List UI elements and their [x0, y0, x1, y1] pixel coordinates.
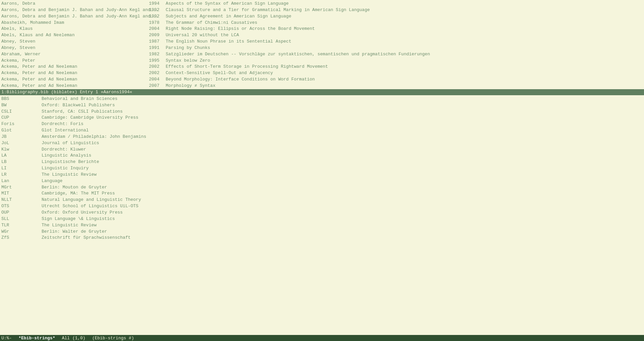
entry-author: Ackema, Peter — [1, 58, 149, 64]
entry-author: Aarons, Debra and Benjamin J. Bahan and … — [1, 7, 149, 13]
entry-title: Satzglieder im Deutschen -- Vorschläge z… — [166, 51, 643, 58]
string-value: Cambridge, MA: The MIT Press — [42, 190, 643, 197]
string-value: Sign Language \& Linguistics — [42, 216, 643, 222]
string-abbrev: WGr — [1, 229, 42, 235]
table-row[interactable]: Abels, Klaus2004Right Node Raising: Elli… — [0, 26, 644, 32]
list-item[interactable]: WGrBerlin: Walter de Gruyter — [0, 229, 644, 235]
entry-author: Abney, Steven — [1, 45, 149, 51]
string-value: Behavioral and Brain Sciences — [42, 96, 643, 102]
list-item[interactable]: LRThe Linguistic Review — [0, 172, 644, 178]
table-row[interactable]: Abels, Klaus and Ad Neeleman2009Universa… — [0, 32, 644, 39]
string-abbrev: LI — [1, 165, 42, 172]
entry-year: 1982 — [149, 51, 166, 58]
entry-author: Abels, Klaus — [1, 26, 149, 32]
list-item[interactable]: CSLIStanford, CA: CSLI Publications — [0, 109, 644, 115]
string-abbrev: Klw — [1, 147, 42, 153]
table-row[interactable]: Aarons, Debra1994Aspects of the Syntax o… — [0, 1, 644, 7]
main-content: Aarons, Debra1994Aspects of the Syntax o… — [0, 0, 644, 328]
string-abbrev: TLR — [1, 222, 42, 229]
entry-title: The Grammar of Chimwi:ni Causatives — [166, 20, 643, 26]
status-bar: U:%- *Ebib-strings* All (1,0) (Ebib-stri… — [0, 335, 644, 341]
entry-author: Ackema, Peter and Ad Neeleman — [1, 64, 149, 70]
string-abbrev: MIT — [1, 190, 42, 197]
entry-year: 1992 — [149, 7, 166, 13]
entry-year: 2002 — [149, 70, 166, 76]
table-row[interactable]: Aarons, Debra and Benjamin J. Bahan and … — [0, 13, 644, 20]
list-item[interactable]: KlwDordrecht: Kluwer — [0, 147, 644, 153]
table-row[interactable]: Abney, Steven1987The English Noun Phrase… — [0, 39, 644, 45]
list-item[interactable]: ForisDordrecht: Foris — [0, 121, 644, 127]
string-value: Language — [42, 178, 643, 184]
table-row[interactable]: Abraham, Werner1982Satzglieder im Deutsc… — [0, 51, 644, 58]
table-row[interactable]: Aarons, Debra and Benjamin J. Bahan and … — [0, 7, 644, 13]
list-item[interactable]: MGrtBerlin: Mouton de Gruyter — [0, 184, 644, 191]
list-item[interactable]: BWOxford: Blackwell Publishers — [0, 102, 644, 109]
list-item[interactable]: LILinguistic Inquiry — [0, 165, 644, 172]
string-abbrev: CSLI — [1, 109, 42, 115]
string-abbrev: MGrt — [1, 184, 42, 191]
string-value: Amsterdam / Philadelphia: John Benjamins — [42, 134, 643, 140]
list-item[interactable]: OUPOxford: Oxford University Press — [0, 210, 644, 216]
string-value: Berlin: Walter de Gruyter — [42, 229, 643, 235]
entry-author: Abraham, Werner — [1, 51, 149, 58]
table-row[interactable]: Ackema, Peter and Ad Neeleman2004Beyond … — [0, 76, 644, 83]
status-position: All (1,0) — [62, 336, 85, 341]
table-row[interactable]: Ackema, Peter and Ad Neeleman2002Effects… — [0, 64, 644, 70]
bibliography-section: Aarons, Debra1994Aspects of the Syntax o… — [0, 1, 644, 89]
list-item[interactable]: SLLSign Language \& Linguistics — [0, 216, 644, 222]
list-item[interactable]: GlotGlot International — [0, 127, 644, 134]
entry-year: 2004 — [149, 76, 166, 83]
list-item[interactable]: LBLinguistische Berichte — [0, 159, 644, 165]
string-value: Oxford: Blackwell Publishers — [42, 102, 643, 109]
entry-author: Aarons, Debra — [1, 1, 149, 7]
list-item[interactable]: JoLJournal of Linguistics — [0, 140, 644, 147]
entry-status-text: 1:Bibliography.bib (biblatex) Entry 1 »A… — [1, 90, 132, 95]
table-row[interactable]: Ackema, Peter and Ad Neeleman2007Morphol… — [0, 83, 644, 89]
entry-title: Right Node Raising: Ellipsis or Across t… — [166, 26, 643, 32]
list-item[interactable]: JBAmsterdam / Philadelphia: John Benjami… — [0, 134, 644, 140]
string-value: The Linguistic Review — [42, 172, 643, 178]
entry-title: Subjects and Agreement in American Sign … — [166, 13, 643, 20]
string-abbrev: LA — [1, 153, 42, 159]
entry-author: Abels, Klaus and Ad Neeleman — [1, 32, 149, 39]
string-abbrev: CUP — [1, 115, 42, 121]
list-item[interactable]: LanLanguage — [0, 178, 644, 184]
string-abbrev: BW — [1, 102, 42, 109]
entry-title: Aspects of the Syntax of American Sign L… — [166, 1, 643, 7]
list-item[interactable]: ZfSZeitschrift für Sprachwissenschaft — [0, 235, 644, 241]
entry-title: Clausal Structure and a Tier for Grammat… — [166, 7, 643, 13]
list-item[interactable]: CUPCambridge: Cambridge University Press — [0, 115, 644, 121]
entry-author: Abasheikh, Mohammed Imam — [1, 20, 149, 26]
string-value: Berlin: Mouton de Gruyter — [42, 184, 643, 191]
entry-status-line: 1:Bibliography.bib (biblatex) Entry 1 »A… — [0, 89, 644, 95]
entry-title: Universal 20 without the LCA — [166, 32, 643, 39]
entry-year: 2009 — [149, 32, 166, 39]
string-abbrev: ZfS — [1, 235, 42, 241]
entry-title: Morphology ≠ Syntax — [166, 83, 643, 89]
string-abbrev: JB — [1, 134, 42, 140]
status-mode: U:%- — [1, 336, 12, 341]
list-item[interactable]: NLLTNatural Language and Linguistic Theo… — [0, 197, 644, 203]
list-item[interactable]: BBSBehavioral and Brain Sciences — [0, 96, 644, 102]
string-abbrev: JoL — [1, 140, 42, 147]
table-row[interactable]: Abney, Steven1991Parsing by Chunks — [0, 45, 644, 51]
string-value: Dordrecht: Kluwer — [42, 147, 643, 153]
entry-author: Abney, Steven — [1, 39, 149, 45]
entry-title: Effects of Short-Term Storage in Process… — [166, 64, 643, 70]
list-item[interactable]: LALinguistic Analysis — [0, 153, 644, 159]
entry-year: 1991 — [149, 45, 166, 51]
entry-year: 1978 — [149, 20, 166, 26]
entry-title: The English Noun Phrase in its Sententia… — [166, 39, 643, 45]
string-abbrev: Lan — [1, 178, 42, 184]
string-abbrev: SLL — [1, 216, 42, 222]
table-row[interactable]: Ackema, Peter1995Syntax below Zero — [0, 58, 644, 64]
string-value: Journal of Linguistics — [42, 140, 643, 147]
string-value: The Linguistic Review — [42, 222, 643, 229]
entry-title: Parsing by Chunks — [166, 45, 643, 51]
table-row[interactable]: Abasheikh, Mohammed Imam1978The Grammar … — [0, 20, 644, 26]
list-item[interactable]: OTSUtrecht School of Linguistics UiL-OTS — [0, 203, 644, 210]
list-item[interactable]: MITCambridge, MA: The MIT Press — [0, 190, 644, 197]
table-row[interactable]: Ackema, Peter and Ad Neeleman2002Context… — [0, 70, 644, 76]
list-item[interactable]: TLRThe Linguistic Review — [0, 222, 644, 229]
string-value: Zeitschrift für Sprachwissenschaft — [42, 235, 643, 241]
